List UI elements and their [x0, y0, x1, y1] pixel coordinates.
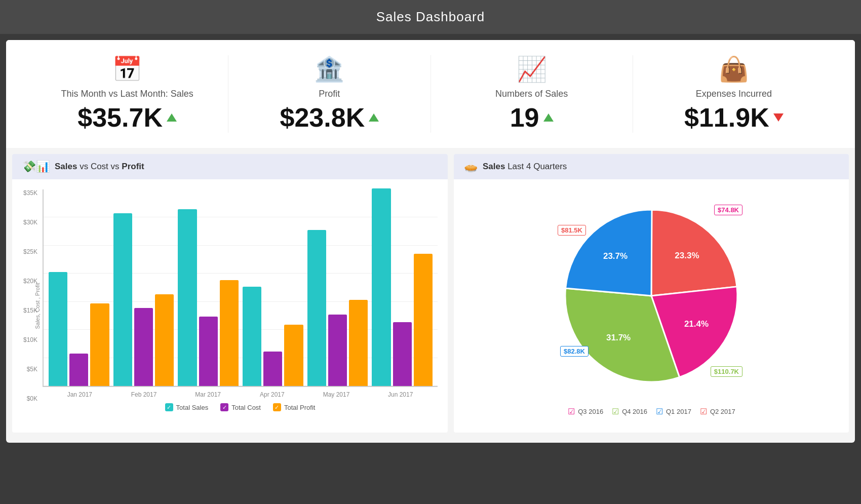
num-sales-trend-icon — [543, 113, 554, 122]
sales-icon: 📅 — [112, 55, 142, 84]
bar-group-0 — [49, 272, 109, 386]
bar-chart-panel: 💸📊 Sales vs Cost vs Profit Sales, Cost ,… — [12, 154, 448, 433]
expenses-trend-icon — [773, 113, 784, 122]
pie-wrapper: 23.3%21.4%31.7%23.7% $74.8K $81.5K $110.… — [555, 200, 748, 392]
bar-teal-5 — [372, 188, 390, 386]
callout-q2: $81.5K — [558, 225, 586, 236]
bar-purple-2 — [199, 317, 218, 386]
legend-profit-icon: ✓ — [273, 403, 281, 411]
pie-legend-q1: ☑ Q1 2017 — [655, 407, 691, 415]
bar-purple-4 — [328, 315, 347, 386]
x-label-5: Jun 2017 — [368, 391, 433, 398]
bar-group-4 — [307, 230, 368, 386]
pie-legend: ☑ Q3 2016 ☑ Q4 2016 ☑ Q1 2017 ☑ Q2 2017 — [567, 407, 735, 415]
bar-legend: ✓ Total Sales ✓ Total Cost ✓ Total Profi… — [43, 403, 438, 411]
profit-value: $23.8K — [280, 102, 379, 133]
bar-orange-4 — [349, 300, 368, 386]
sales-label: This Month vs Last Month: Sales — [61, 89, 193, 99]
pie-legend-q4: ☑ Q4 2016 — [611, 407, 647, 415]
bar-chart-title: Sales vs Cost vs Profit — [55, 162, 144, 172]
profit-icon: 🏦 — [314, 55, 344, 84]
bar-orange-5 — [414, 254, 433, 386]
expenses-value: $11.9K — [684, 102, 784, 133]
kpi-sales: 📅 This Month vs Last Month: Sales $35.7K — [26, 55, 228, 133]
expenses-icon: 👜 — [719, 55, 749, 84]
dashboard-header: Sales Dashboard — [0, 0, 861, 34]
pie-legend-q2: ☑ Q2 2017 — [699, 407, 735, 415]
sales-trend-icon — [167, 113, 177, 122]
legend-cost-label: Total Cost — [231, 404, 261, 411]
bars-container — [44, 189, 438, 386]
legend-total-cost: ✓ Total Cost — [220, 403, 261, 411]
bar-chart-header: 💸📊 Sales vs Cost vs Profit — [12, 154, 448, 179]
legend-cost-icon: ✓ — [220, 403, 228, 411]
callout-q1: $82.8K — [560, 346, 589, 357]
x-label-1: Feb 2017 — [112, 391, 176, 398]
svg-text:31.7%: 31.7% — [606, 333, 631, 342]
y-axis: $35K $30K $25K $20K $15K $10K $5K $0K — [12, 189, 42, 402]
bar-purple-5 — [393, 322, 412, 386]
profit-trend-icon — [369, 113, 379, 122]
pie-chart-header: 🥧 Sales Last 4 Quarters — [454, 154, 849, 179]
callout-q4: $110.7K — [711, 366, 742, 377]
bar-teal-2 — [178, 209, 197, 386]
pie-area: 23.3%21.4%31.7%23.7% $74.8K $81.5K $110.… — [454, 179, 849, 425]
bar-orange-0 — [90, 303, 109, 386]
kpi-row: 📅 This Month vs Last Month: Sales $35.7K… — [6, 40, 855, 148]
x-axis: Jan 2017Feb 2017Mar 2017Apr 2017May 2017… — [43, 387, 438, 398]
bar-orange-2 — [220, 280, 239, 386]
legend-sales-label: Total Sales — [176, 404, 209, 411]
bar-teal-0 — [49, 272, 67, 386]
profit-label: Profit — [319, 89, 340, 99]
x-label-0: Jan 2017 — [48, 391, 112, 398]
legend-total-sales: ✓ Total Sales — [165, 403, 209, 411]
bar-group-3 — [243, 287, 303, 386]
legend-sales-icon: ✓ — [165, 403, 173, 411]
legend-total-profit: ✓ Total Profit — [273, 403, 315, 411]
bar-purple-3 — [263, 352, 282, 386]
bar-group-2 — [178, 209, 239, 386]
legend-profit-label: Total Profit — [284, 404, 315, 411]
pie-chart-title: Sales Last 4 Quarters — [483, 162, 567, 172]
bar-teal-4 — [307, 230, 326, 386]
x-label-2: Mar 2017 — [176, 391, 240, 398]
bar-chart-icon: 💸📊 — [22, 160, 50, 173]
num-sales-label: Numbers of Sales — [495, 89, 568, 99]
pie-chart-panel: 🥧 Sales Last 4 Quarters 23.3%21.4%31.7%2… — [454, 154, 849, 433]
kpi-num-sales: 📈 Numbers of Sales 19 — [431, 55, 633, 133]
bar-group-1 — [113, 213, 174, 386]
sales-value: $35.7K — [77, 102, 177, 133]
x-label-3: Apr 2017 — [240, 391, 304, 398]
expenses-label: Expenses Incurred — [696, 89, 772, 99]
bar-purple-0 — [69, 354, 88, 386]
dashboard-title: Sales Dashboard — [376, 9, 485, 24]
pie-legend-q3: ☑ Q3 2016 — [567, 407, 603, 415]
svg-text:21.4%: 21.4% — [684, 319, 709, 329]
bar-teal-1 — [113, 213, 132, 386]
pie-chart-icon: 🥧 — [464, 160, 478, 173]
kpi-expenses: 👜 Expenses Incurred $11.9K — [633, 55, 835, 133]
callout-q3: $74.8K — [714, 205, 742, 215]
kpi-profit: 🏦 Profit $23.8K — [228, 55, 430, 133]
num-sales-value: 19 — [510, 102, 554, 133]
bar-orange-3 — [284, 325, 303, 386]
num-sales-icon: 📈 — [517, 55, 547, 84]
x-label-4: May 2017 — [304, 391, 369, 398]
charts-row: 💸📊 Sales vs Cost vs Profit Sales, Cost ,… — [12, 154, 849, 433]
bar-orange-1 — [155, 294, 174, 386]
bar-teal-3 — [243, 287, 261, 386]
chart-inner — [43, 189, 438, 387]
bar-purple-1 — [134, 308, 153, 386]
svg-text:23.7%: 23.7% — [603, 251, 628, 261]
bar-group-5 — [372, 188, 433, 386]
main-content: 📅 This Month vs Last Month: Sales $35.7K… — [6, 40, 855, 443]
bar-chart-area: Sales, Cost , Profit $35K $30K $25K $20K… — [12, 179, 448, 433]
svg-text:23.3%: 23.3% — [675, 251, 699, 260]
